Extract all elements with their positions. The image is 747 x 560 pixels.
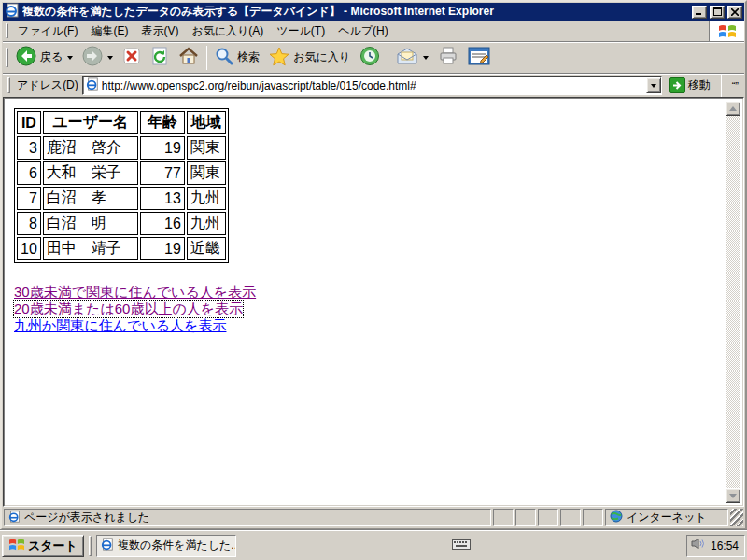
page-ie-icon [8,511,21,525]
links-band[interactable]: “” [728,80,742,91]
favorites-label: お気に入り [293,49,350,65]
status-message: ページが表示されました [24,510,149,525]
stop-icon [122,47,141,68]
scroll-down-button[interactable] [726,488,740,503]
address-separator [721,74,722,98]
refresh-button[interactable] [146,43,174,72]
maximize-button[interactable] [710,6,725,19]
taskbar-clock[interactable]: 16:54 [711,539,739,553]
menubar: ファイル(F) 編集(E) 表示(V) お気に入り(A) ツール(T) ヘルプ(… [3,21,744,42]
link-under30-kanto[interactable]: 30歳未満で関東に住んでいる人を表示 [14,284,256,301]
address-grip[interactable] [7,77,10,92]
ime-keyboard-icon[interactable] [452,538,471,554]
col-header-name: ユーザー名 [43,111,138,134]
cell-age: 19 [140,237,185,260]
start-button[interactable]: スタート [2,535,84,557]
address-bar: アドレス(D) 移動 “” [3,74,744,97]
mail-dropdown-icon[interactable] [423,56,429,60]
status-pane-empty [560,509,581,526]
browser-window: 複数の条件を満たしたデータのみ表示する【データバインド】 - Microsoft… [0,0,747,530]
favorites-button[interactable]: お気に入り [264,43,355,73]
menu-grip[interactable] [6,23,8,37]
close-button[interactable] [727,6,742,19]
history-button[interactable] [355,42,385,73]
table-row: 7 白沼 孝 13 九州 [17,187,226,210]
cell-id: 8 [17,212,41,235]
windows-logo-throbber [709,21,744,41]
print-button[interactable] [433,43,463,72]
search-icon [215,47,233,68]
cell-area: 九州 [187,212,226,235]
link-kyushu-kanto[interactable]: 九州か関東に住んでいる人を表示 [14,317,226,334]
chevron-down-icon [651,84,656,88]
cell-id: 7 [17,187,41,210]
address-combo[interactable] [82,76,662,95]
table-row: 6 大和 栄子 77 関東 [17,161,226,185]
menu-view[interactable]: 表示(V) [134,21,185,41]
edit-button[interactable] [463,43,495,72]
menu-favorites[interactable]: お気に入り(A) [185,21,270,41]
cell-area: 関東 [187,136,226,160]
vertical-scrollbar[interactable] [726,101,740,503]
back-button[interactable]: 戻る [11,42,78,73]
menu-edit[interactable]: 編集(E) [84,21,134,41]
cell-age: 13 [140,187,185,210]
address-input[interactable] [102,78,643,93]
stop-button[interactable] [118,43,146,72]
cell-name: 田中 靖子 [43,237,138,260]
cell-age: 77 [140,161,185,185]
scroll-track[interactable] [726,116,740,488]
ie-window-icon [5,3,20,21]
user-table: ID ユーザー名 年齢 地域 3 鹿沼 啓介 19 関東 6 [14,108,229,263]
scroll-up-button[interactable] [726,101,740,116]
window-title: 複数の条件を満たしたデータのみ表示する【データバインド】 - Microsoft… [22,4,689,20]
cell-area: 関東 [187,161,226,185]
home-button[interactable] [174,43,204,72]
menu-file[interactable]: ファイル(F) [11,21,84,41]
taskbar: スタート 複数の条件を満たした... 16:54 [0,530,747,560]
arrow-up-icon [729,106,737,111]
system-tray: 16:54 [686,535,745,557]
cell-area: 近畿 [187,237,226,260]
status-pane-empty [538,509,558,526]
security-zone-pane: インターネット [605,509,728,526]
status-pane-empty [493,509,514,526]
table-row: 3 鹿沼 啓介 19 関東 [17,136,226,160]
forward-button[interactable] [78,42,118,73]
cell-name: 白沼 孝 [43,187,138,210]
address-label: アドレス(D) [17,77,78,93]
status-pane-empty [583,509,603,526]
cell-id: 6 [17,161,41,185]
minimize-button[interactable] [692,6,707,19]
cell-id: 10 [17,237,41,260]
taskbar-divider [89,536,92,556]
cell-name: 白沼 明 [43,212,138,235]
menu-help[interactable]: ヘルプ(H) [331,21,395,41]
status-bar: ページが表示されました インターネット [3,507,744,527]
go-button[interactable]: 移動 [666,77,714,94]
go-arrow-icon [669,77,685,93]
link-under20-over60[interactable]: 20歳未満または60歳以上の人を表示 [14,301,243,317]
col-header-age: 年齢 [140,111,185,134]
toolbar-separator [388,46,388,70]
standard-toolbar: 戻る [3,42,744,74]
volume-icon[interactable] [691,537,706,554]
titlebar[interactable]: 複数の条件を満たしたデータのみ表示する【データバインド】 - Microsoft… [3,3,744,21]
resize-grip[interactable] [730,509,743,526]
task-label: 複数の条件を満たした... [118,538,236,553]
mail-button[interactable] [391,44,433,71]
search-button[interactable]: 検索 [210,43,264,72]
toolbar-grip[interactable] [6,48,8,68]
table-row: 8 白沼 明 16 九州 [17,212,226,235]
cell-name: 鹿沼 啓介 [43,136,138,160]
back-dropdown-icon[interactable] [67,56,73,60]
menu-tools[interactable]: ツール(T) [270,21,331,41]
cell-id: 3 [17,136,41,160]
cell-age: 19 [140,136,185,160]
history-icon [359,46,380,69]
forward-dropdown-icon[interactable] [107,56,113,60]
taskbar-window-button[interactable]: 複数の条件を満たした... [96,535,236,557]
internet-globe-icon [610,510,623,525]
favorites-star-icon [269,47,289,69]
address-dropdown-button[interactable] [646,77,661,93]
